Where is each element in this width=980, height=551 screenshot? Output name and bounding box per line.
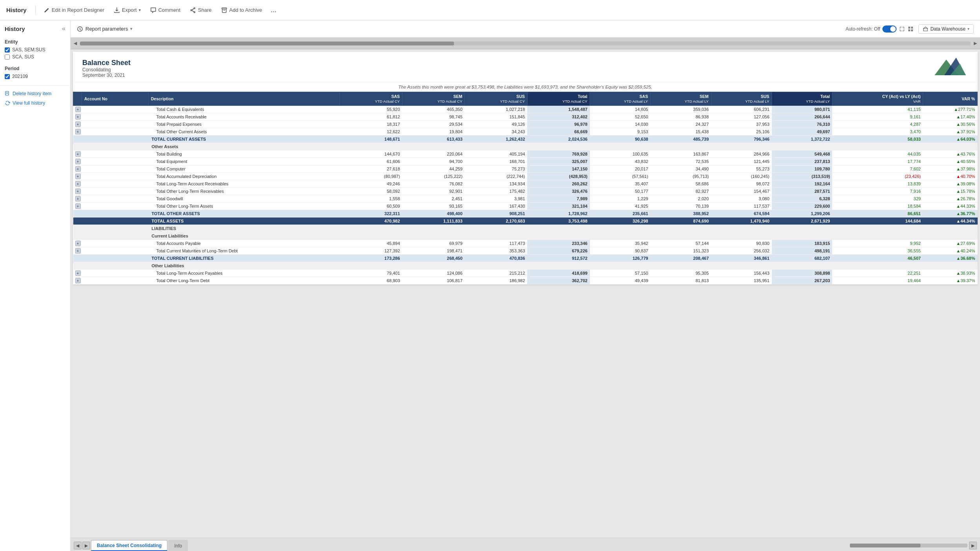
section-label: LIABILITIES [149, 225, 978, 232]
row-account [82, 128, 149, 136]
row-account [82, 113, 149, 121]
expand-btn[interactable]: + [75, 151, 81, 157]
row-sus-cy: 3,981 [465, 195, 527, 203]
expand-btn[interactable]: + [75, 174, 81, 179]
expand-btn[interactable]: + [75, 203, 81, 209]
row-sus-cy: 151,845 [465, 113, 527, 121]
sheet-nav-right[interactable]: ▶ [969, 542, 977, 549]
row-total-ly: 287,571 [772, 188, 833, 195]
grid-icon[interactable] [907, 26, 914, 32]
row-total-ly: 76,310 [772, 121, 833, 128]
expand-btn[interactable]: + [75, 248, 81, 254]
data-warehouse-btn[interactable]: Data Warehouse ▾ [918, 24, 974, 34]
expand-btn[interactable]: + [75, 129, 81, 134]
sheet-scrollbar[interactable] [850, 544, 967, 547]
tab-nav-left[interactable]: ◀ [74, 542, 82, 549]
scroll-nav-left[interactable]: ◀ [74, 41, 77, 46]
report-logo [935, 56, 966, 78]
period-checkbox-202109: 202109 [5, 74, 65, 79]
expand-btn[interactable]: + [75, 107, 81, 112]
row-sem-cy: 613,433 [402, 136, 465, 143]
row-var-pct: ▲39.37% [923, 277, 978, 285]
row-total-cy: 312,402 [527, 113, 590, 121]
row-sus-cy: 353,363 [465, 247, 527, 255]
archive-icon [221, 7, 227, 13]
row-sus-cy: 2,170,683 [465, 218, 527, 225]
scroll-thumb [80, 42, 454, 45]
row-total-ly: 49,697 [772, 128, 833, 136]
row-sem-cy: 29,534 [402, 121, 465, 128]
row-desc: TOTAL OTHER ASSETS [149, 210, 340, 218]
expand-btn[interactable]: + [75, 278, 81, 283]
main-layout: History « Entity SAS, SEM:SUS SCA, SUS P… [0, 20, 980, 551]
expand-btn[interactable]: + [75, 196, 81, 201]
row-expand-cell: + [73, 121, 82, 128]
row-sus-ly: (160,245) [711, 173, 772, 180]
view-full-history-action[interactable]: View full history [0, 98, 70, 108]
row-account [82, 232, 149, 240]
expand-btn[interactable]: + [75, 270, 81, 276]
row-total-ly: 2,671,929 [772, 218, 833, 225]
expand-btn[interactable]: + [75, 159, 81, 164]
row-sem-cy: 93,165 [402, 203, 465, 210]
row-sas-cy: 58,092 [340, 188, 402, 195]
expand-btn[interactable]: + [75, 166, 81, 172]
expand-btn[interactable]: + [75, 188, 81, 194]
row-sus-cy: 186,982 [465, 277, 527, 285]
params-icon [77, 26, 83, 32]
col-total-cy: TotalYTD Actual CY [527, 92, 590, 106]
row-sus-cy: 168,701 [465, 158, 527, 165]
share-btn[interactable]: Share [186, 5, 216, 16]
row-sus-ly: 606,231 [711, 106, 772, 113]
tab-nav: ◀ ▶ [74, 542, 90, 551]
more-btn[interactable]: ... [268, 4, 280, 16]
row-expand-cell: + [73, 180, 82, 188]
row-sas-cy: 27,618 [340, 165, 402, 173]
expand-btn[interactable]: + [75, 241, 81, 246]
tab-info[interactable]: Info [168, 540, 188, 551]
row-sem-ly: 81,813 [650, 277, 711, 285]
auto-refresh-toggle[interactable] [882, 25, 897, 33]
expand-btn[interactable]: + [75, 181, 81, 187]
expand-btn[interactable]: + [75, 121, 81, 127]
report-params-bar: Report parameters ▾ Auto-refresh: Off [71, 20, 980, 38]
col-expand [73, 92, 82, 106]
expand-btn[interactable]: + [75, 114, 81, 120]
horizontal-scrollbar[interactable] [80, 42, 971, 45]
row-var: 7,916 [832, 188, 923, 195]
tab-balance-sheet[interactable]: Balance Sheet Consolidating [91, 540, 167, 551]
entity-section: Entity SAS, SEM:SUS SCA, SUS [0, 36, 70, 63]
report-params-label[interactable]: Report parameters ▾ [77, 26, 132, 32]
sidebar-collapse-btn[interactable]: « [62, 25, 65, 32]
row-sem-cy: 268,450 [402, 255, 465, 262]
report-content[interactable]: Balance Sheet Consolidating September 30… [73, 52, 978, 285]
entity-sca-checkbox[interactable] [5, 54, 10, 60]
row-desc: Total Cash & Equivalents [149, 106, 340, 113]
expand-icon[interactable] [899, 26, 905, 32]
row-total-cy: 326,476 [527, 188, 590, 195]
delete-history-action[interactable]: Delete history item [0, 89, 70, 98]
entity-sas-checkbox[interactable] [5, 47, 10, 53]
row-sus-cy: 470,836 [465, 255, 527, 262]
row-account [82, 247, 149, 255]
col-sus-cy: SUSYTD Actual CY [465, 92, 527, 106]
scroll-nav-right[interactable]: ▶ [974, 41, 977, 46]
comment-btn[interactable]: Comment [146, 5, 184, 16]
row-var-pct: ▲40.70% [923, 173, 978, 180]
row-sem-cy: 2,451 [402, 195, 465, 203]
row-expand-cell [73, 210, 82, 218]
svg-rect-12 [908, 29, 910, 31]
row-var: 18,584 [832, 203, 923, 210]
tab-nav-right[interactable]: ▶ [82, 542, 90, 549]
export-btn[interactable]: Export ▾ [110, 5, 145, 16]
archive-btn[interactable]: Add to Archive [217, 5, 266, 16]
row-total-cy: 96,978 [527, 121, 590, 128]
period-202109-checkbox[interactable] [5, 74, 10, 79]
edit-btn[interactable]: Edit in Report Designer [40, 5, 108, 16]
row-sas-ly: 90,638 [590, 136, 651, 143]
row-total-ly: 192,164 [772, 180, 833, 188]
row-sem-cy: 69,979 [402, 240, 465, 247]
row-var-pct: ▲36.68% [923, 255, 978, 262]
row-total-ly: 308,898 [772, 270, 833, 277]
row-sas-ly: 100,635 [590, 150, 651, 158]
